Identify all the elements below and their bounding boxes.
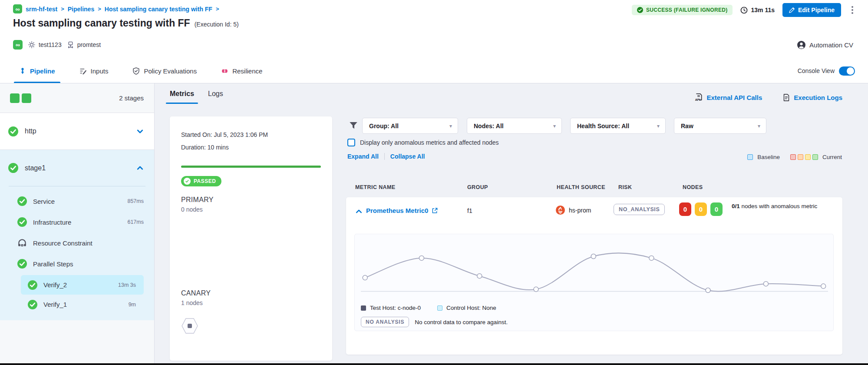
tab-resilience[interactable]: Resilience (221, 59, 262, 83)
shield-check-icon (132, 67, 140, 75)
col-header-risk: RISK (618, 184, 632, 190)
document-icon (783, 93, 790, 102)
collapse-metric-chevron-icon[interactable] (355, 208, 363, 215)
step-infrastructure[interactable]: Infrastructure 617ms (0, 212, 154, 232)
chevron-down-icon: ▾ (657, 123, 660, 129)
external-api-calls-link[interactable]: API External API Calls (695, 93, 762, 102)
col-header-health-source: HEALTH SOURCE (557, 184, 605, 190)
baseline-swatch (747, 154, 753, 160)
delegate-icon (67, 41, 74, 49)
console-view-label: Console View (798, 67, 835, 74)
step-verify-2[interactable]: Verify_2 13m 3s (21, 275, 144, 295)
user-name: Automation CV (809, 41, 853, 49)
canary-label: CANARY (181, 289, 321, 297)
stage-count: 2 stages (119, 94, 144, 102)
success-icon (8, 126, 18, 136)
queue-icon (17, 238, 27, 248)
verification-duration: Duration: 10 mins (181, 141, 321, 154)
tab-pipeline[interactable]: Pipeline (19, 59, 55, 83)
stage-stage1[interactable]: stage1 (0, 150, 154, 186)
green-count-badge: 0 (710, 202, 723, 216)
body: 2 stages http stage1 Service 857ms (0, 83, 868, 363)
canary-node-count: 1 nodes (181, 299, 321, 306)
node-risk-counts: 0 0 0 (679, 202, 723, 216)
more-options-menu[interactable] (849, 4, 856, 16)
breadcrumb-pipeline-name[interactable]: Host sampling canary testing with FF (105, 6, 212, 13)
breadcrumb-separator: > (98, 6, 101, 12)
metric-chart-svg[interactable] (361, 238, 828, 303)
metric-row-card: Prometheus Metric0 f1 hs-prom NO_ANALYSI… (346, 197, 842, 355)
execution-logs-link[interactable]: Execution Logs (783, 93, 842, 102)
log-links: API External API Calls Execution Logs (695, 93, 842, 102)
resilience-icon (221, 67, 228, 75)
chevron-down-icon: ▾ (449, 123, 452, 129)
prometheus-icon (556, 206, 565, 215)
edit-pipeline-button[interactable]: Edit Pipeline (782, 3, 841, 17)
chevron-up-icon[interactable] (136, 164, 144, 172)
expand-all-link[interactable]: Expand All (347, 153, 379, 160)
metric-name-link[interactable]: Prometheus Metric0 (366, 207, 438, 214)
primary-node-count: 0 nodes (181, 206, 321, 213)
console-view-toggle[interactable] (839, 66, 855, 76)
stages-summary: 2 stages (0, 83, 154, 113)
step-verify-1[interactable]: Verify_1 9m (21, 295, 144, 314)
canary-node-hexagon[interactable] (181, 318, 198, 334)
risk-badge: NO_ANALYSIS (614, 204, 665, 215)
check-icon (185, 179, 189, 183)
breadcrumb-separator: > (216, 6, 219, 12)
header-actions: SUCCESS (FAILURE IGNORED) 13m 11s Edit P… (632, 3, 856, 17)
pipeline-icon (19, 67, 26, 75)
stage-http[interactable]: http (0, 113, 154, 150)
anomalous-checkbox[interactable] (347, 139, 355, 146)
group-filter-dropdown[interactable]: Group: All▾ (362, 118, 458, 134)
test-host-legend: Test Host: c-node-0 (361, 305, 421, 311)
tab-policy-evaluations[interactable]: Policy Evaluations (132, 59, 197, 83)
control-host-legend: Control Host: None (437, 305, 496, 311)
step-detail-tabs: Metrics Logs (170, 90, 223, 104)
execution-duration: 13m 11s (740, 7, 775, 14)
metric-chart-panel: Test Host: c-node-0 Control Host: None N… (354, 234, 834, 331)
yellow-count-badge: 0 (695, 202, 707, 216)
divider (384, 153, 385, 160)
execution-id: (Execution Id: 5) (195, 21, 239, 28)
service-chip[interactable]: test1123 (28, 41, 62, 49)
analysis-message: No control data to compare against. (415, 319, 508, 325)
step-resource-constraint[interactable]: Resource Constraint (0, 232, 154, 253)
page-header: ∞ srm-hf-test > Pipelines > Host samplin… (0, 0, 868, 59)
verify-step-details: Metrics Logs API External API Calls Exec… (155, 83, 868, 363)
chevron-down-icon[interactable] (136, 128, 144, 135)
step-service[interactable]: Service 857ms (0, 191, 154, 212)
breadcrumb-project[interactable]: srm-hf-test (26, 6, 57, 13)
step-parallel-steps[interactable]: Parallel Steps (0, 253, 154, 274)
metric-group: f1 (467, 207, 472, 214)
analysis-status-row: NO ANALYSIS No control data to compare a… (361, 317, 508, 327)
tab-logs[interactable]: Logs (208, 90, 223, 104)
view-mode-dropdown[interactable]: Raw▾ (674, 118, 766, 134)
success-icon (8, 163, 18, 173)
status-badge: SUCCESS (FAILURE IGNORED) (632, 5, 733, 15)
col-header-nodes: NODES (683, 184, 703, 190)
divider (9, 186, 145, 186)
pipeline-meta: ∞ test1123 promtest (13, 40, 101, 50)
check-circle-icon (637, 7, 643, 13)
tab-metrics[interactable]: Metrics (170, 90, 194, 104)
collapse-all-link[interactable]: Collapse All (390, 153, 425, 160)
col-header-group: GROUP (467, 184, 488, 190)
host-legend: Test Host: c-node-0 Control Host: None (361, 305, 496, 311)
console-view-control: Console View (798, 59, 855, 83)
gear-icon (28, 41, 36, 49)
verification-summary-card: Started On: Jul 5, 2023 1:06 PM Duration… (170, 116, 332, 361)
clock-icon (740, 7, 748, 14)
health-source-chip[interactable]: promtest (67, 41, 101, 49)
user-chip[interactable]: Automation CV (797, 41, 853, 49)
svg-text:API: API (695, 98, 700, 102)
status-text: SUCCESS (FAILURE IGNORED) (646, 7, 728, 13)
nodes-filter-dropdown[interactable]: Nodes: All▾ (467, 118, 562, 134)
filter-icon[interactable] (349, 121, 358, 130)
anomalous-filter-row: Display only anomalous metrics and affec… (347, 139, 499, 146)
tab-inputs[interactable]: Inputs (79, 59, 109, 83)
nav-tabbar: Pipeline Inputs Policy Evaluations Resil… (0, 59, 868, 83)
breadcrumb-pipelines[interactable]: Pipelines (68, 6, 94, 13)
health-source-filter-dropdown[interactable]: Health Source: All▾ (570, 118, 666, 134)
expand-collapse-controls: Expand All Collapse All (347, 153, 425, 160)
